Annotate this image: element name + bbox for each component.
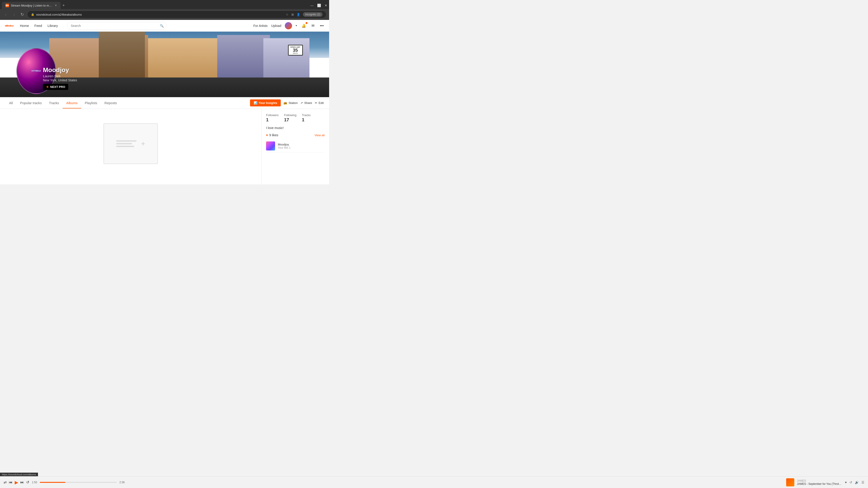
like-info: Moodjoy Your Mix 1 — [278, 143, 324, 149]
tab-bar: Stream Moodjoy | Listen to mu... ✕ + — ⬜… — [0, 0, 329, 9]
nav-library[interactable]: Library — [48, 23, 58, 29]
new-tab-button[interactable]: + — [61, 2, 67, 9]
url-text: soundcloud.com/a24beaba/albums — [36, 13, 82, 16]
tracks-label: Tracks — [302, 113, 311, 117]
speed-sign-number: 35 — [290, 48, 301, 53]
forward-button[interactable]: › — [11, 11, 17, 18]
heart-icon: ♥ — [266, 133, 268, 137]
tab-favicon — [5, 4, 9, 7]
notification-dot — [306, 22, 307, 24]
pro-star-icon: ★ — [46, 85, 49, 89]
following-value: 17 — [284, 117, 297, 123]
nav-home[interactable]: Home — [20, 23, 29, 29]
empty-line-2 — [116, 143, 132, 144]
upload-link[interactable]: Upload — [271, 24, 281, 28]
like-thumbnail — [266, 141, 275, 151]
following-label: Following — [284, 113, 297, 117]
refresh-button[interactable]: ↻ — [19, 11, 25, 18]
notifications-icon[interactable]: 🔔 — [301, 23, 307, 29]
minimize-button[interactable]: — — [310, 4, 313, 7]
tab-bar-controls: — ⬜ ✕ — [310, 4, 327, 7]
profile-username: Lauren Deli — [43, 74, 77, 78]
edit-button[interactable]: ✏ Edit — [315, 101, 324, 105]
albums-content-area: + — [0, 109, 261, 184]
station-button[interactable]: 📻 Station — [283, 101, 298, 105]
more-options-icon[interactable]: ••• — [319, 23, 324, 29]
maximize-button[interactable]: ⬜ — [317, 4, 321, 7]
empty-line-3 — [116, 146, 134, 147]
close-browser-button[interactable]: ✕ — [324, 4, 327, 7]
like-item-1: Moodjoy Your Mix 1 — [266, 140, 324, 153]
main-content: + Followers 1 Following 17 Tracks — [0, 109, 329, 184]
svg-rect-15 — [13, 25, 13, 26]
top-nav: Home Feed Library 🔍 For Artists Upload ▾… — [0, 20, 329, 32]
messages-icon[interactable]: ✉ — [311, 23, 315, 29]
like-track-title: Moodjoy — [278, 143, 324, 146]
tab-albums[interactable]: Albums — [63, 98, 81, 108]
for-artists-link[interactable]: For Artists — [253, 24, 268, 28]
bookmark-icon[interactable]: ☆ — [286, 13, 289, 16]
tab-tracks[interactable]: Tracks — [45, 98, 63, 108]
edit-label: Edit — [319, 101, 324, 105]
followers-label: Followers — [266, 113, 279, 117]
share-label: Share — [304, 101, 312, 105]
profile-icon[interactable]: 👤 — [297, 13, 300, 16]
tab-close-button[interactable]: ✕ — [55, 4, 57, 7]
profile-info-overlay: Moodjoy Lauren Deli New York, United Sta… — [0, 62, 329, 97]
extensions-icon[interactable]: ⊞ — [291, 13, 294, 16]
tab-reposts[interactable]: Reposts — [101, 98, 121, 108]
svg-rect-1 — [6, 5, 6, 6]
empty-albums-state: + — [5, 114, 256, 173]
svg-rect-2 — [7, 4, 7, 6]
empty-line-1 — [116, 140, 136, 142]
profile-banner: SPEED LIMIT 35 MILES CITYWALK Moodjoy La… — [0, 32, 329, 97]
speed-sign-unit: MILES — [290, 53, 301, 54]
incognito-badge: Incognito (2) — [303, 12, 322, 17]
address-bar-row: ‹ › ↻ 🔒 soundcloud.com/a24beaba/albums ☆… — [0, 9, 329, 20]
stats-row: Followers 1 Following 17 Tracks 1 — [266, 113, 324, 123]
soundcloud-logo[interactable] — [4, 21, 14, 31]
followers-value: 1 — [266, 117, 279, 123]
search-input[interactable] — [67, 22, 166, 30]
active-tab[interactable]: Stream Moodjoy | Listen to mu... ✕ — [2, 2, 61, 9]
bar-chart-icon: 📊 — [254, 101, 257, 105]
insights-label: Your Insights — [258, 101, 277, 105]
station-label: Station — [288, 101, 298, 105]
view-all-link[interactable]: View all — [314, 133, 324, 137]
dropdown-chevron[interactable]: ▾ — [296, 24, 297, 27]
share-button[interactable]: ↗ Share — [301, 101, 312, 105]
nav-feed[interactable]: Feed — [34, 23, 42, 29]
radio-icon: 📻 — [283, 101, 287, 105]
browser-chrome: Stream Moodjoy | Listen to mu... ✕ + — ⬜… — [0, 0, 329, 20]
next-pro-badge[interactable]: ★ NEXT PRO — [43, 84, 68, 90]
address-field[interactable]: 🔒 soundcloud.com/a24beaba/albums ☆ ⊞ 👤 I… — [27, 11, 327, 18]
tab-title: Stream Moodjoy | Listen to mu... — [11, 4, 53, 7]
tab-popular-tracks[interactable]: Popular tracks — [17, 98, 45, 108]
address-right: ☆ ⊞ 👤 Incognito (2) — [286, 12, 322, 17]
empty-album-inner: + — [116, 140, 145, 148]
tab-all[interactable]: All — [5, 98, 17, 108]
search-button[interactable]: 🔍 — [160, 24, 164, 28]
edit-icon: ✏ — [315, 101, 317, 105]
share-icon: ↗ — [301, 101, 303, 105]
empty-row-1: + — [116, 140, 145, 148]
back-button[interactable]: ‹ — [3, 11, 9, 18]
profile-tabs-bar: All Popular tracks Tracks Albums Playlis… — [0, 97, 329, 109]
svg-rect-12 — [10, 25, 11, 27]
soundcloud-app: Home Feed Library 🔍 For Artists Upload ▾… — [0, 20, 329, 184]
search-container: 🔍 — [67, 22, 166, 30]
nav-right: For Artists Upload ▾ 🔔 ✉ ••• — [253, 22, 324, 29]
likes-count-label: 9 likes — [269, 133, 278, 137]
svg-rect-8 — [7, 25, 7, 27]
tracks-stat: Tracks 1 — [302, 113, 311, 123]
tab-playlists[interactable]: Playlists — [81, 98, 101, 108]
svg-rect-4 — [8, 5, 8, 6]
user-avatar-nav[interactable] — [285, 22, 292, 29]
svg-rect-3 — [7, 5, 8, 6]
your-insights-button[interactable]: 📊 Your Insights — [250, 99, 281, 106]
svg-rect-7 — [6, 25, 6, 26]
svg-rect-11 — [9, 25, 10, 26]
speed-limit-sign: SPEED LIMIT 35 MILES — [288, 45, 303, 56]
like-track-artist: Your Mix 1 — [278, 146, 324, 149]
empty-album-card: + — [103, 123, 158, 164]
